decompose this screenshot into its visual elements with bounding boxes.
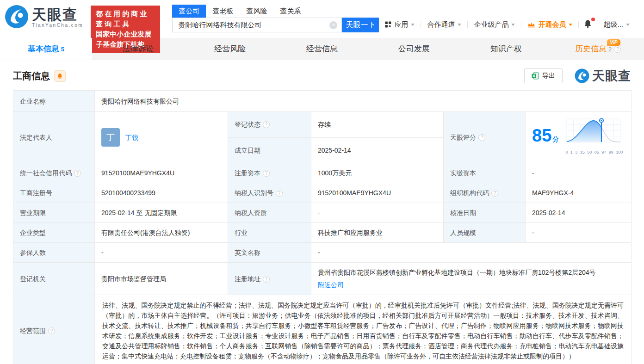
table-row: 登记机关 贵阳市市场监督管理局 注册地址? 贵州省贵阳市花溪区燕楼镇创新产业孵化…	[13, 263, 632, 295]
help-icon[interactable]: ?	[491, 190, 498, 197]
export-button[interactable]: 导出	[524, 68, 563, 83]
help-icon[interactable]: ?	[48, 327, 55, 334]
field-label: 注册地址?	[228, 263, 311, 295]
monitor-bell-button[interactable]	[54, 70, 66, 82]
tianyancha-logo-icon	[5, 5, 29, 30]
field-label: 组织机构代码?	[444, 183, 526, 203]
help-icon[interactable]: ?	[263, 170, 270, 177]
english-name-value: -	[311, 243, 632, 263]
nav-user-menu[interactable]: 超级...	[597, 20, 636, 29]
reg-address-cell: 贵州省贵阳市花溪区燕楼镇创新产业孵化基地建设项目（一期）地块标准厂房102号楼第…	[311, 263, 632, 295]
field-label: 营业期限	[13, 203, 95, 223]
nav-apps[interactable]: 应用	[379, 20, 421, 29]
nav-partner-label: 合作通道	[427, 20, 455, 29]
table-row: 企业类型 有限责任公司(港澳台法人独资) 行业 科技推广和应用服务业 人员规模 …	[13, 223, 632, 243]
field-label: 核准日期	[444, 203, 526, 223]
tianyancha-logo-icon	[575, 68, 589, 83]
field-label: 经营范围?	[13, 295, 95, 364]
search-tab-relation[interactable]: 查关系	[273, 5, 307, 18]
est-date-value: 2025-02-14	[311, 137, 444, 163]
search-button[interactable]: 天眼一下	[342, 18, 379, 32]
notification-bell[interactable]	[579, 19, 597, 30]
field-label: 登记状态?	[228, 112, 311, 138]
reg-authority-value: 贵阳市市场监督管理局	[95, 263, 228, 295]
staff-size-value: -	[526, 223, 632, 243]
chevron-down-icon	[569, 24, 572, 28]
tab-history-info-count: 2	[608, 46, 612, 53]
reg-number-value: 520100400233499	[95, 183, 228, 203]
tab-history-info-label: 历史信息	[575, 44, 607, 53]
credit-code-value: 91520100MAE9YHGX4U	[95, 163, 228, 183]
top-nav: 应用 合作通道 企业级产品 开通会员 超级...	[379, 19, 636, 30]
field-label: 纳税人资质	[228, 203, 311, 223]
search-tab-boss[interactable]: 查老板	[206, 5, 240, 18]
help-icon[interactable]: ?	[276, 190, 283, 197]
field-label: 工商注册号	[13, 183, 95, 203]
nav-enterprise-label: 企业级产品	[474, 20, 508, 29]
field-label: 统一社会信用代码?	[13, 163, 95, 183]
export-button-label: 导出	[542, 72, 555, 80]
field-label: 企业名称	[13, 91, 95, 112]
business-info-table: 企业名称 贵阳哈行网络科技有限公司 法定代表人 丁 丁锐 登记状态? 存续 天眼…	[13, 90, 632, 364]
nav-enterprise[interactable]: 企业级产品	[468, 20, 521, 29]
search-box: ×	[172, 18, 342, 32]
help-icon[interactable]: ?	[263, 276, 270, 283]
nav-user-label: 超级...	[603, 20, 623, 29]
legal-rep-cell: 丁 丁锐	[95, 112, 228, 163]
paid-capital-value: -	[526, 163, 632, 183]
nav-partner[interactable]: 合作通道	[421, 20, 467, 29]
table-row: 统一社会信用代码? 91520100MAE9YHGX4U 注册资本? 1000万…	[13, 163, 632, 183]
search-tab-company[interactable]: 查公司	[172, 5, 206, 18]
score-unit: 分	[552, 136, 559, 143]
tab-intellectual-property[interactable]: 知识产权	[460, 38, 552, 60]
help-icon[interactable]: ?	[74, 170, 81, 177]
field-label: 登记机关	[13, 263, 95, 295]
tab-legal-proceedings-label: 法律诉讼	[122, 44, 154, 53]
table-row: 营业期限 2025-02-14 至 无固定期限 纳税人资质 - 核准日期 202…	[13, 203, 632, 223]
field-label: 行业	[228, 223, 311, 243]
watermark-text: 天眼查	[592, 68, 631, 84]
section-title: 工商信息	[13, 70, 50, 82]
tab-business-info[interactable]: 经营信息	[276, 38, 368, 60]
grid-icon	[385, 21, 391, 28]
tab-company-development[interactable]: 公司发展	[368, 38, 460, 60]
tianyancha-logo[interactable]: 天眼查 TianYanCha.com	[5, 5, 83, 30]
score-axis-ticks: 0131550859799100	[565, 147, 623, 157]
tab-business-risk[interactable]: 经营风险	[184, 38, 276, 60]
tab-basic-info[interactable]: 基本信息5	[0, 38, 92, 60]
biz-term-value: 2025-02-14 至 无固定期限	[95, 203, 228, 223]
watermark-logo: 天眼查	[575, 68, 631, 84]
tab-history-info[interactable]: VIP 历史信息2?	[552, 38, 644, 60]
industry-value: 科技推广和应用服务业	[311, 223, 444, 243]
nav-open-vip[interactable]: 开通会员	[521, 20, 578, 29]
chevron-down-icon	[626, 24, 630, 28]
field-label: 人员规模	[444, 223, 526, 243]
logo-title: 天眼查	[32, 7, 83, 23]
table-row: 法定代表人 丁 丁锐 登记状态? 存续 天眼评分? 85分	[13, 112, 632, 138]
score-cell: 85分	[526, 112, 632, 163]
bell-icon	[57, 73, 63, 79]
tab-business-info-label: 经营信息	[306, 44, 338, 53]
table-row: 工商注册号 520100400233499 纳税人识别号? 91520100MA…	[13, 183, 632, 203]
help-icon[interactable]: ?	[263, 121, 270, 128]
field-label: 成立日期	[228, 137, 311, 163]
field-label: 英文名称	[228, 243, 311, 263]
avatar[interactable]: 丁	[101, 128, 120, 147]
search-tab-risk[interactable]: 查风险	[240, 5, 273, 18]
help-icon[interactable]: ?	[614, 46, 621, 53]
nav-open-vip-label: 开通会员	[538, 20, 566, 29]
help-icon[interactable]: ?	[478, 134, 485, 141]
tab-legal-proceedings[interactable]: 法律诉讼	[92, 38, 184, 60]
nearby-companies-link[interactable]: 附近公司	[318, 281, 344, 289]
promo-line1: 都在用的商业查询工具	[96, 9, 155, 29]
tab-business-risk-label: 经营风险	[214, 44, 246, 53]
bell-icon	[583, 19, 592, 28]
score-curve-chart: 0131550859799100	[565, 117, 623, 157]
table-row: 经营范围? 法律、法规、国务院决定规定禁止的不得经营；法律、法规、国务院决定规定…	[13, 295, 632, 364]
taxpayer-id-value: 91520100MAE9YHGX4U	[311, 183, 444, 203]
legal-rep-link[interactable]: 丁锐	[125, 132, 138, 142]
chevron-down-icon	[411, 24, 415, 28]
notification-dot	[591, 18, 595, 21]
search-input[interactable]	[173, 18, 341, 32]
field-label: 企业类型	[13, 223, 95, 243]
